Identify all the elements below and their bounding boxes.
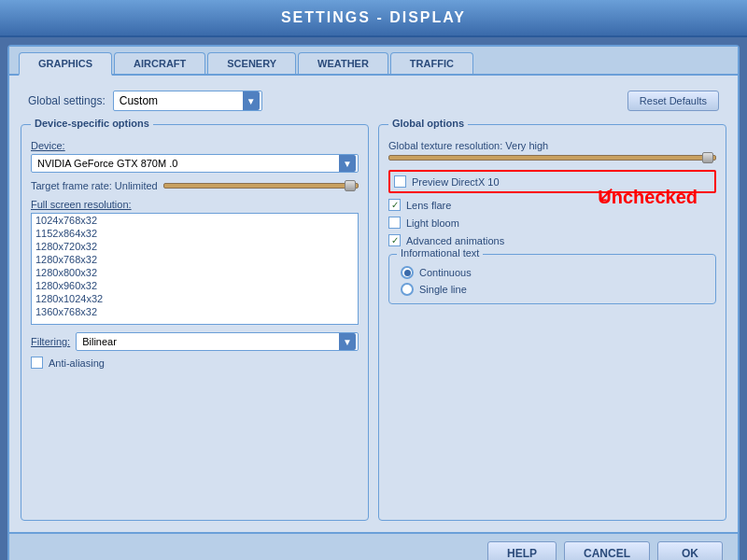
list-item[interactable]: 1280x1024x32: [32, 292, 358, 305]
preview-dx10-checkbox[interactable]: [394, 175, 406, 188]
arrow-icon: ↙: [597, 181, 615, 207]
filtering-row: Filtering: Bilinear ▼: [31, 332, 359, 351]
anti-aliasing-row: Anti-aliasing: [31, 357, 359, 369]
frame-rate-label: Target frame rate: Unlimited: [31, 180, 158, 191]
device-select[interactable]: NVIDIA GeForce GTX 870M .0 ▼: [31, 154, 359, 173]
resolution-label: Full screen resolution:: [31, 199, 359, 210]
continuous-row: Continuous: [401, 266, 704, 279]
device-panel: Device-specific options Device: NVIDIA G…: [21, 124, 369, 521]
global-panel: Global options Global texture resolution…: [378, 124, 726, 521]
single-line-radio[interactable]: [401, 283, 414, 296]
panels-row: Device-specific options Device: NVIDIA G…: [21, 124, 726, 521]
frame-rate-row: Target frame rate: Unlimited: [31, 180, 359, 191]
list-item[interactable]: 1024x768x32: [32, 214, 358, 227]
frame-rate-thumb: [345, 180, 356, 191]
frame-rate-slider[interactable]: [163, 183, 359, 189]
continuous-label: Continuous: [419, 267, 472, 278]
device-label: Device:: [31, 140, 359, 151]
filtering-label: Filtering:: [31, 336, 70, 347]
dialog-title: SETTINGS - DISPLAY: [0, 0, 747, 37]
tab-bar: GRAPHICS AIRCRAFT SCENERY WEATHER TRAFFI…: [9, 47, 738, 76]
single-line-label: Single line: [419, 284, 467, 295]
device-select-arrow: ▼: [339, 155, 356, 172]
global-settings-value: Custom: [120, 94, 158, 107]
device-value: NVIDIA GeForce GTX 870M .0: [37, 158, 177, 169]
main-content: Global settings: Custom ▼ Reset Defaults…: [9, 76, 738, 532]
tab-weather[interactable]: WEATHER: [298, 52, 388, 74]
lens-flare-checkbox[interactable]: [388, 199, 401, 211]
cancel-button[interactable]: CANCEL: [564, 541, 650, 560]
list-item[interactable]: 1280x720x32: [32, 240, 358, 253]
reset-defaults-button[interactable]: Reset Defaults: [627, 91, 719, 111]
preview-dx10-label: Preview DirectX 10: [412, 176, 500, 188]
continuous-radio[interactable]: [401, 266, 414, 279]
help-button[interactable]: HELP: [487, 541, 557, 560]
light-bloom-checkbox[interactable]: [388, 217, 401, 229]
list-item[interactable]: 1280x800x32: [32, 266, 358, 279]
tab-scenery[interactable]: SCENERY: [207, 52, 296, 74]
light-bloom-label: Light bloom: [406, 217, 459, 229]
anti-aliasing-label: Anti-aliasing: [49, 357, 105, 369]
resolution-listbox[interactable]: 1024x768x321152x864x321280x720x321280x76…: [31, 213, 359, 325]
tab-traffic[interactable]: TRAFFIC: [390, 52, 473, 74]
right-panel-content: Global texture resolution: Very high Pre…: [388, 140, 716, 304]
texture-slider[interactable]: [388, 155, 716, 161]
global-settings-select[interactable]: Custom ▼: [113, 91, 262, 111]
select-arrow-icon: ▼: [243, 91, 260, 110]
ok-button[interactable]: OK: [657, 541, 723, 560]
light-bloom-row: Light bloom: [388, 217, 716, 229]
title-text: SETTINGS - DISPLAY: [281, 9, 466, 25]
list-item[interactable]: 1280x960x32: [32, 279, 358, 292]
lens-flare-label: Lens flare: [406, 200, 451, 211]
info-text-title: Informational text: [397, 247, 483, 259]
global-settings-left: Global settings: Custom ▼: [28, 91, 262, 111]
tab-graphics[interactable]: GRAPHICS: [19, 52, 112, 76]
bottom-bar: HELP CANCEL OK: [9, 532, 738, 560]
tab-aircraft[interactable]: AIRCRAFT: [114, 52, 205, 74]
filtering-select[interactable]: Bilinear ▼: [76, 332, 359, 351]
list-item[interactable]: 1152x864x32: [32, 227, 358, 240]
advanced-animations-label: Advanced animations: [406, 235, 504, 246]
global-panel-title: Global options: [388, 118, 468, 129]
filtering-value: Bilinear: [82, 336, 117, 347]
list-item[interactable]: 1360x768x32: [32, 305, 358, 318]
global-settings-row: Global settings: Custom ▼ Reset Defaults: [21, 87, 726, 115]
texture-label: Global texture resolution: Very high: [388, 140, 716, 151]
dialog: GRAPHICS AIRCRAFT SCENERY WEATHER TRAFFI…: [7, 45, 740, 560]
anti-aliasing-checkbox[interactable]: [31, 357, 43, 369]
filtering-arrow: ▼: [339, 333, 356, 350]
info-text-group: Informational text Continuous Single lin…: [388, 254, 716, 304]
advanced-animations-checkbox[interactable]: [388, 234, 401, 246]
device-panel-title: Device-specific options: [31, 118, 153, 129]
list-item[interactable]: 1280x768x32: [32, 253, 358, 266]
advanced-animations-row: Advanced animations: [388, 234, 716, 246]
global-settings-label: Global settings:: [28, 94, 106, 107]
single-line-row: Single line: [401, 283, 704, 296]
texture-thumb: [702, 152, 713, 163]
resolution-listbox-wrapper: 1024x768x321152x864x321280x720x321280x76…: [31, 213, 359, 325]
